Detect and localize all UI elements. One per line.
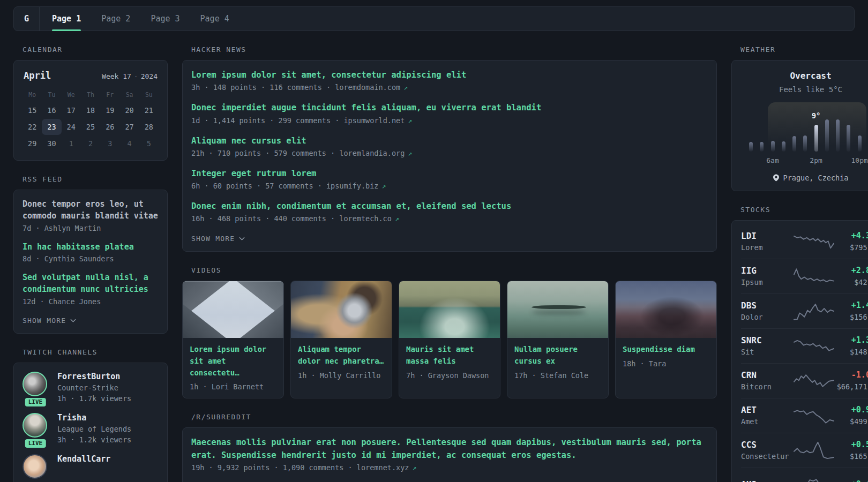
feed-item-title[interactable]: Sed volutpat nulla nisl, a condimentum n…: [23, 272, 159, 296]
stock-symbol: CCS: [741, 440, 794, 450]
video-card[interactable]: Suspendisse diam18h · Tara: [615, 281, 717, 398]
live-badge: LIVE: [24, 397, 47, 408]
weather-location-label: Prague, Czechia: [783, 174, 849, 182]
video-thumbnail: [616, 281, 716, 338]
stock-price: $156.28: [834, 313, 868, 321]
video-card[interactable]: Nullam posuere cursus ex17h · Stefan Col…: [507, 281, 609, 398]
stock-identity: IIGIpsum: [741, 266, 794, 287]
weekday-label: Sa: [119, 88, 139, 102]
subreddit-widget: Maecenas mollis pulvinar erat non posuer…: [182, 427, 717, 482]
stock-identity: CCSConsectetur: [741, 440, 794, 461]
stock-values: +4.35%$795.18: [834, 231, 868, 252]
feed-item-title[interactable]: Aliquam nec cursus elit: [191, 135, 708, 147]
weather-bar: [825, 119, 829, 152]
video-meta: 1h · Molly Carrillo: [298, 371, 385, 380]
page-tabs: Page 1Page 2Page 3Page 4: [40, 7, 242, 31]
calendar-day: 19: [100, 102, 119, 118]
feed-item-domain-link[interactable]: ipsumify.biz: [326, 182, 379, 190]
video-card[interactable]: Aliquam tempor dolor nec pharetra…1h · M…: [290, 281, 392, 398]
tab-page-3[interactable]: Page 3: [140, 7, 190, 31]
weather-time-slot: 2pm: [814, 156, 818, 165]
stock-sparkline: [794, 336, 834, 356]
video-card[interactable]: Mauris sit amet massa felis7h · Grayson …: [399, 281, 500, 398]
twitch-channel-row[interactable]: LIVETrishaLeague of Legends3h · 1.2k vie…: [23, 413, 159, 444]
stock-sparkline: [794, 475, 834, 482]
calendar-day: 21: [139, 102, 159, 118]
list-item: Donec enim nibh, condimentum et accumsan…: [191, 200, 708, 223]
stock-change-percent: +4.35%: [834, 231, 868, 240]
stock-symbol: IIG: [741, 266, 794, 276]
weather-feels-like: Feels like 5°C: [740, 85, 868, 94]
feed-item-meta: 1d · 1,414 points · 299 comments · ipsum…: [191, 116, 708, 125]
video-title[interactable]: Aliquam tempor dolor nec pharetra…: [298, 344, 385, 367]
feed-item-meta: 19h · 9,932 points · 1,090 comments · lo…: [191, 463, 708, 472]
calendar-year: 2024: [141, 72, 158, 80]
stock-identity: LDILorem: [741, 231, 794, 252]
feed-item-title[interactable]: Donec enim nibh, condimentum et accumsan…: [191, 200, 708, 213]
twitch-channel-row[interactable]: LIVEForrestBurtonCounter-Strike1h · 1.7k…: [23, 372, 159, 403]
weather-bar: [803, 135, 807, 152]
feed-item-title[interactable]: In hac habitasse platea: [23, 242, 159, 253]
feed-item-domain-link[interactable]: loremnet.xyz: [357, 463, 409, 472]
hackernews-widget: Lorem ipsum dolor sit amet, consectetur …: [182, 60, 717, 252]
video-meta: 7h · Grayson Dawson: [406, 371, 493, 380]
video-card-body: Aliquam tempor dolor nec pharetra…1h · M…: [291, 338, 392, 386]
tab-page-1[interactable]: Page 1: [42, 7, 91, 31]
stock-sparkline: [794, 267, 834, 286]
calendar-day: 30: [42, 135, 61, 152]
video-title[interactable]: Mauris sit amet massa felis: [406, 344, 493, 367]
weather-time-slot: 10pm: [858, 156, 862, 165]
feed-item-title[interactable]: Maecenas mollis pulvinar erat non posuer…: [191, 436, 708, 462]
rss-show-more-button[interactable]: SHOW MORE: [23, 317, 76, 325]
calendar-week-year: Week 17·2024: [102, 72, 158, 80]
feed-item-meta-text: 3h · 148 points · 116 comments ·: [191, 83, 335, 92]
video-title[interactable]: Lorem ipsum dolor sit amet consectetu…: [190, 344, 276, 379]
stock-sparkline: [794, 302, 834, 321]
twitch-channel-name: KendallCarr: [57, 454, 110, 464]
app-logo[interactable]: G: [14, 7, 39, 31]
twitch-channel-row[interactable]: KendallCarr: [23, 454, 159, 479]
tab-page-4[interactable]: Page 4: [190, 7, 240, 31]
videos-carousel[interactable]: Lorem ipsum dolor sit amet consectetu…1h…: [182, 281, 717, 398]
sparkline-chart: [794, 475, 834, 482]
rss-widget: Donec tempor eros leo, ut commodo mauris…: [13, 190, 168, 334]
weather-bar-slot: [782, 141, 785, 152]
feed-item-domain-link[interactable]: loremlandia.org: [339, 149, 405, 157]
location-pin-icon: [773, 174, 779, 182]
calendar-day: 1: [62, 135, 81, 152]
hackernews-show-more-button[interactable]: SHOW MORE: [191, 235, 245, 243]
weather-bar: [782, 141, 785, 152]
feed-item-meta: 7d · Ashlyn Martin: [23, 224, 159, 232]
avatar: [23, 372, 47, 396]
list-item: Aliquam nec cursus elit21h · 710 points …: [191, 135, 708, 157]
weather-time-slot: [749, 156, 753, 165]
stock-row: DBSDolor+1.42%$156.28: [741, 293, 868, 328]
feed-item-title[interactable]: Lorem ipsum dolor sit amet, consectetur …: [191, 69, 708, 81]
stock-symbol: LDI: [741, 231, 794, 241]
tab-page-2[interactable]: Page 2: [91, 7, 140, 31]
separator-dot: ·: [134, 72, 138, 80]
video-thumbnail: [507, 281, 608, 338]
feed-item-meta: 16h · 468 points · 440 comments · loremt…: [191, 214, 708, 223]
weather-time-slot: [847, 156, 850, 165]
weather-time-axis: 6am2pm10pm: [746, 156, 868, 165]
feed-item-domain-link[interactable]: ipsumworld.net: [343, 116, 405, 125]
stock-row: CRNBitcorn-1.00%$66,171.48: [741, 363, 868, 398]
feed-item-title[interactable]: Donec imperdiet augue tincidunt felis al…: [191, 102, 708, 114]
weather-bar-slot: [792, 136, 796, 152]
feed-item-title[interactable]: Integer eget rutrum lorem: [191, 168, 708, 180]
feed-item-title[interactable]: Donec tempor eros leo, ut commodo mauris…: [23, 199, 159, 222]
sparkline-chart: [794, 232, 834, 251]
stock-name: Consectetur: [741, 452, 794, 461]
video-title[interactable]: Suspendisse diam: [623, 344, 709, 356]
live-badge: LIVE: [24, 438, 47, 449]
feed-item-meta-text: 16h · 468 points · 440 comments ·: [191, 214, 339, 223]
external-link-icon: ↗: [382, 182, 386, 190]
left-column: CALENDAR April Week 17·2024 MoTuWeThFrSa…: [13, 46, 168, 482]
feed-item-domain-link[interactable]: loremdomain.com: [335, 83, 400, 92]
video-card[interactable]: Lorem ipsum dolor sit amet consectetu…1h…: [182, 281, 284, 398]
feed-item-domain-link[interactable]: loremtech.co: [339, 214, 392, 223]
weather-bar: [771, 141, 775, 152]
weekday-label: Mo: [23, 88, 42, 102]
video-title[interactable]: Nullam posuere cursus ex: [514, 344, 601, 367]
